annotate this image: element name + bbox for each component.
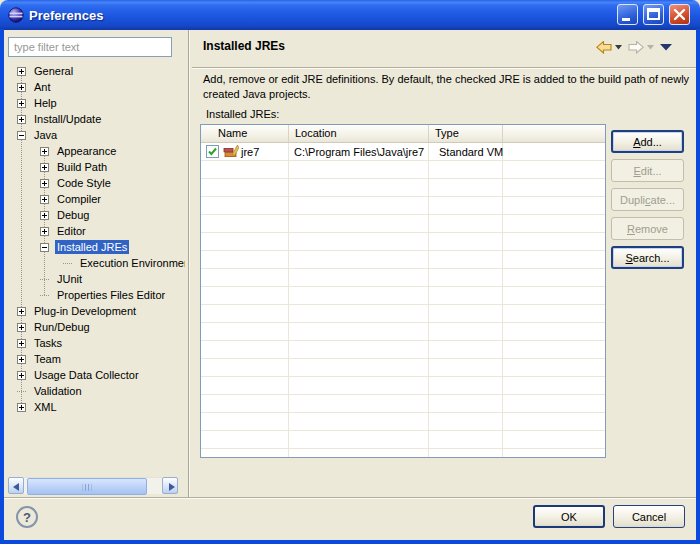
window-border-left — [0, 29, 4, 544]
scrollbar-thumb[interactable] — [27, 478, 147, 495]
add-button[interactable]: Add... — [611, 130, 684, 153]
tree-item-run-debug[interactable]: Run/Debug — [8, 319, 185, 335]
column-header-name[interactable]: Name — [201, 125, 289, 142]
tree-item-junit[interactable]: JUnit — [8, 271, 185, 287]
expand-plus-icon[interactable] — [40, 163, 49, 172]
installed-jres-table: Name Location Type jre7 — [200, 124, 606, 458]
column-header-filler — [503, 125, 605, 142]
column-gridline — [428, 143, 429, 457]
window-border-bottom — [0, 540, 700, 544]
back-button[interactable] — [596, 38, 622, 56]
tree-item-label: JUnit — [55, 272, 84, 286]
scroll-right-icon[interactable] — [162, 477, 178, 494]
tree-item-debug[interactable]: Debug — [8, 207, 185, 223]
minimize-button[interactable] — [617, 4, 638, 25]
jre-location-cell: C:\Program Files\Java\jre7 — [294, 146, 424, 158]
edit-button[interactable]: Edit... — [611, 159, 684, 182]
expand-plus-icon[interactable] — [17, 115, 26, 124]
tree-item-label: Java — [32, 128, 59, 142]
panel-divider — [188, 30, 190, 497]
view-menu-icon — [660, 43, 672, 51]
history-navbar — [596, 38, 672, 56]
tree-item-xml[interactable]: XML — [8, 399, 185, 415]
filter-input[interactable] — [8, 37, 172, 57]
table-row[interactable]: jre7 C:\Program Files\Java\jre7 Standard… — [201, 143, 605, 161]
forward-button[interactable] — [628, 38, 654, 56]
tree-item-label: Installed JREs — [55, 240, 129, 254]
expand-plus-icon[interactable] — [17, 339, 26, 348]
column-header-location[interactable]: Location — [289, 125, 429, 142]
titlebar[interactable]: Preferences — [0, 0, 700, 30]
close-button[interactable] — [669, 4, 690, 25]
tree-item-installed-jres[interactable]: Installed JREs — [8, 239, 185, 255]
jre-name-cell: jre7 — [241, 146, 259, 158]
remove-button[interactable]: Remove — [611, 217, 684, 240]
tree-item-label: Install/Update — [32, 112, 103, 126]
tree-item-label: Validation — [32, 384, 84, 398]
tree-item-help[interactable]: Help — [8, 95, 185, 111]
tree-connector-line — [17, 391, 26, 392]
expand-plus-icon[interactable] — [40, 211, 49, 220]
tree-item-plug-in-development[interactable]: Plug-in Development — [8, 303, 185, 319]
header-separator — [192, 67, 696, 69]
tree-item-build-path[interactable]: Build Path — [8, 159, 185, 175]
expand-plus-icon[interactable] — [40, 179, 49, 188]
tree-item-code-style[interactable]: Code Style — [8, 175, 185, 191]
expand-plus-icon[interactable] — [17, 355, 26, 364]
tree-item-team[interactable]: Team — [8, 351, 185, 367]
search-button[interactable]: Search... — [611, 246, 684, 269]
tree-item-usage-data-collector[interactable]: Usage Data Collector — [8, 367, 185, 383]
ok-button[interactable]: OK — [533, 505, 605, 528]
tree-item-tasks[interactable]: Tasks — [8, 335, 185, 351]
page-description: Add, remove or edit JRE definitions. By … — [203, 72, 700, 102]
jre-type-cell: Standard VM — [439, 146, 503, 158]
page-title: Installed JREs — [203, 39, 285, 53]
tree-item-label: Ant — [32, 80, 53, 94]
expand-plus-icon[interactable] — [17, 67, 26, 76]
tree-item-compiler[interactable]: Compiler — [8, 191, 185, 207]
column-gridline — [502, 143, 503, 457]
expand-plus-icon[interactable] — [17, 307, 26, 316]
forward-arrow-icon — [628, 41, 644, 54]
tree-item-ant[interactable]: Ant — [8, 79, 185, 95]
table-body: jre7 C:\Program Files\Java\jre7 Standard… — [201, 143, 605, 457]
duplicate-button[interactable]: Duplicate... — [611, 188, 684, 211]
tree-item-label: Code Style — [55, 176, 113, 190]
column-header-type[interactable]: Type — [429, 125, 503, 142]
expand-plus-icon[interactable] — [17, 371, 26, 380]
tree-item-general[interactable]: General — [8, 63, 185, 79]
tree-item-appearance[interactable]: Appearance — [8, 143, 185, 159]
view-menu-button[interactable] — [660, 38, 672, 56]
tree-item-editor[interactable]: Editor — [8, 223, 185, 239]
expand-plus-icon[interactable] — [17, 99, 26, 108]
tree-item-label: Team — [32, 352, 63, 366]
expand-plus-icon[interactable] — [40, 195, 49, 204]
expand-plus-icon[interactable] — [40, 227, 49, 236]
scroll-left-icon[interactable] — [8, 477, 24, 494]
preferences-dialog: Preferences GeneralAntHelpInstall/Update… — [0, 0, 700, 544]
help-icon[interactable]: ? — [16, 506, 38, 528]
footer-separator — [4, 497, 696, 499]
expand-plus-icon[interactable] — [17, 83, 26, 92]
tree-item-execution-environmen[interactable]: Execution Environmen — [8, 255, 185, 271]
eclipse-sphere-icon — [8, 7, 24, 23]
tree-item-label: Help — [32, 96, 59, 110]
tree-item-install-update[interactable]: Install/Update — [8, 111, 185, 127]
table-header: Name Location Type — [201, 125, 605, 143]
expand-plus-icon[interactable] — [17, 403, 26, 412]
maximize-button[interactable] — [643, 4, 664, 25]
jre-checkbox[interactable] — [206, 145, 219, 158]
expand-plus-icon[interactable] — [40, 147, 49, 156]
tree-item-properties-files-editor[interactable]: Properties Files Editor — [8, 287, 185, 303]
scrollbar-track[interactable] — [24, 477, 162, 494]
tree-horizontal-scrollbar[interactable] — [8, 477, 178, 494]
cancel-button[interactable]: Cancel — [613, 505, 685, 528]
tree-item-label: Properties Files Editor — [55, 288, 167, 302]
tree-item-java[interactable]: Java — [8, 127, 185, 143]
window-title: Preferences — [29, 8, 103, 23]
collapse-minus-icon[interactable] — [17, 131, 26, 140]
collapse-minus-icon[interactable] — [40, 243, 49, 252]
expand-plus-icon[interactable] — [17, 323, 26, 332]
tree-item-validation[interactable]: Validation — [8, 383, 185, 399]
dropdown-caret-icon — [647, 45, 654, 50]
